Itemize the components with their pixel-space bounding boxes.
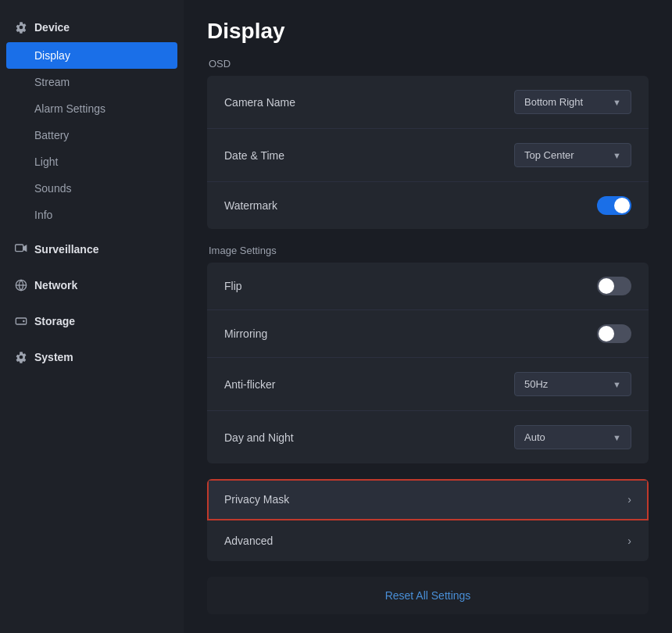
- toggle-knob: [599, 326, 614, 342]
- mirroring-label: Mirroring: [224, 327, 267, 340]
- image-settings-card: Flip Mirroring Anti-flicker 50Hz ▼ Day a…: [207, 263, 649, 463]
- hdd-icon: [14, 314, 28, 328]
- flip-label: Flip: [224, 280, 242, 292]
- expand-rows-card: Privacy Mask › Advanced ›: [207, 479, 649, 561]
- osd-section-label: OSD: [207, 58, 649, 70]
- toggle-knob: [614, 198, 630, 213]
- svg-rect-0: [16, 245, 23, 252]
- daynight-dropdown[interactable]: Auto ▼: [514, 425, 631, 449]
- watermark-toggle[interactable]: [597, 196, 631, 215]
- datetime-label: Date & Time: [224, 149, 284, 162]
- sidebar-section-network: Network: [0, 270, 184, 300]
- sidebar-item-alarm-settings[interactable]: Alarm Settings: [0, 95, 184, 122]
- sidebar: Device Display Stream Alarm Settings Bat…: [0, 0, 184, 633]
- advanced-row[interactable]: Advanced ›: [207, 520, 649, 561]
- sidebar-section-header-system[interactable]: System: [0, 342, 184, 372]
- camera-name-label: Camera Name: [224, 96, 295, 109]
- advanced-label: Advanced: [224, 535, 273, 547]
- mirroring-toggle[interactable]: [597, 324, 631, 343]
- sidebar-item-stream[interactable]: Stream: [0, 69, 184, 95]
- sidebar-section-device: Device Display Stream Alarm Settings Bat…: [0, 13, 184, 228]
- camera-name-dropdown[interactable]: Bottom Right ▼: [514, 90, 631, 114]
- globe-icon: [14, 278, 28, 292]
- chevron-down-icon: ▼: [613, 433, 621, 442]
- sidebar-section-label-device: Device: [34, 21, 70, 34]
- toggle-knob: [599, 278, 614, 294]
- antiflicker-label: Anti-flicker: [224, 378, 275, 391]
- osd-card: Camera Name Bottom Right ▼ Date & Time T…: [207, 76, 649, 229]
- sidebar-item-light[interactable]: Light: [0, 148, 184, 175]
- sidebar-section-header-surveillance[interactable]: Surveillance: [0, 234, 184, 264]
- reset-footer: Reset All Settings: [207, 577, 649, 614]
- daynight-value: Auto: [524, 431, 545, 443]
- watermark-label: Watermark: [224, 199, 277, 212]
- sidebar-item-sounds[interactable]: Sounds: [0, 175, 184, 202]
- privacy-mask-row[interactable]: Privacy Mask ›: [207, 479, 649, 520]
- chevron-down-icon: ▼: [613, 98, 621, 107]
- main-content: Display OSD Camera Name Bottom Right ▼ D…: [184, 0, 672, 633]
- sidebar-item-display[interactable]: Display: [6, 42, 177, 69]
- eye-icon: [14, 242, 28, 256]
- svg-marker-1: [23, 245, 27, 252]
- gear-icon: [14, 350, 28, 364]
- image-section-label: Image Settings: [207, 245, 649, 256]
- sidebar-item-info[interactable]: Info: [0, 202, 184, 228]
- sidebar-section-surveillance: Surveillance: [0, 234, 184, 264]
- chevron-right-icon: ›: [627, 535, 631, 547]
- svg-rect-4: [16, 318, 26, 324]
- camera-name-value: Bottom Right: [524, 96, 583, 108]
- sidebar-section-storage: Storage: [0, 306, 184, 336]
- flip-toggle[interactable]: [597, 277, 631, 295]
- chevron-down-icon: ▼: [613, 151, 621, 160]
- privacy-mask-label: Privacy Mask: [224, 493, 289, 506]
- page-title: Display: [207, 19, 649, 44]
- reset-all-settings-button[interactable]: Reset All Settings: [385, 589, 471, 602]
- datetime-value: Top Center: [524, 149, 574, 161]
- chevron-right-icon: ›: [627, 493, 631, 506]
- daynight-row: Day and Night Auto ▼: [207, 411, 649, 463]
- sidebar-section-header-storage[interactable]: Storage: [0, 306, 184, 336]
- osd-camera-name-row: Camera Name Bottom Right ▼: [207, 76, 649, 129]
- svg-point-5: [23, 320, 25, 323]
- osd-watermark-row: Watermark: [207, 182, 649, 229]
- antiflicker-value: 50Hz: [524, 378, 548, 390]
- osd-datetime-row: Date & Time Top Center ▼: [207, 129, 649, 182]
- sidebar-item-battery[interactable]: Battery: [0, 122, 184, 148]
- daynight-label: Day and Night: [224, 431, 294, 444]
- datetime-dropdown[interactable]: Top Center ▼: [514, 143, 631, 167]
- antiflicker-dropdown[interactable]: 50Hz ▼: [514, 372, 631, 396]
- mirroring-row: Mirroring: [207, 310, 649, 358]
- chevron-down-icon: ▼: [613, 380, 621, 389]
- antiflicker-row: Anti-flicker 50Hz ▼: [207, 358, 649, 411]
- camera-icon: [14, 20, 28, 34]
- sidebar-section-system: System: [0, 342, 184, 372]
- sidebar-section-header-network[interactable]: Network: [0, 270, 184, 300]
- flip-row: Flip: [207, 263, 649, 310]
- sidebar-section-header-device: Device: [0, 13, 184, 42]
